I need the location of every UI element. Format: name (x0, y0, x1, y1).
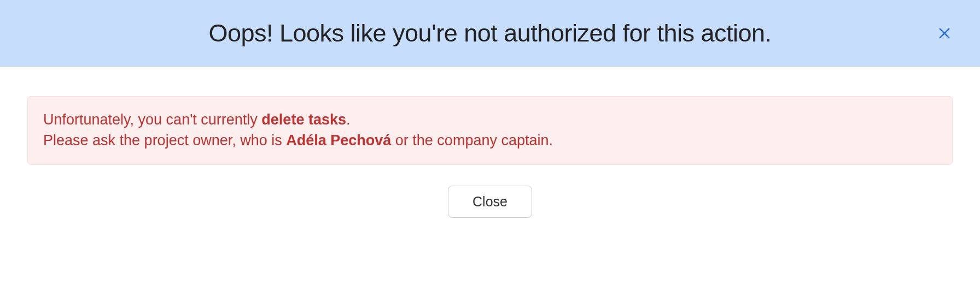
alert-text: . (346, 111, 351, 128)
error-alert: Unfortunately, you can't currently delet… (27, 96, 953, 165)
dialog-content: Unfortunately, you can't currently delet… (0, 67, 980, 218)
alert-line-1: Unfortunately, you can't currently delet… (43, 110, 937, 130)
dialog-header: Oops! Looks like you're not authorized f… (0, 0, 980, 67)
alert-text: or the company captain. (391, 132, 553, 149)
dialog-title: Oops! Looks like you're not authorized f… (208, 19, 771, 48)
button-row: Close (27, 186, 953, 218)
close-button[interactable]: Close (448, 186, 532, 218)
alert-bold-owner: Adéla Pechová (286, 132, 391, 149)
alert-text: Please ask the project owner, who is (43, 132, 286, 149)
alert-line-2: Please ask the project owner, who is Adé… (43, 130, 937, 151)
alert-bold-action: delete tasks (261, 111, 346, 128)
alert-text: Unfortunately, you can't currently (43, 111, 261, 128)
close-icon[interactable] (936, 25, 953, 41)
